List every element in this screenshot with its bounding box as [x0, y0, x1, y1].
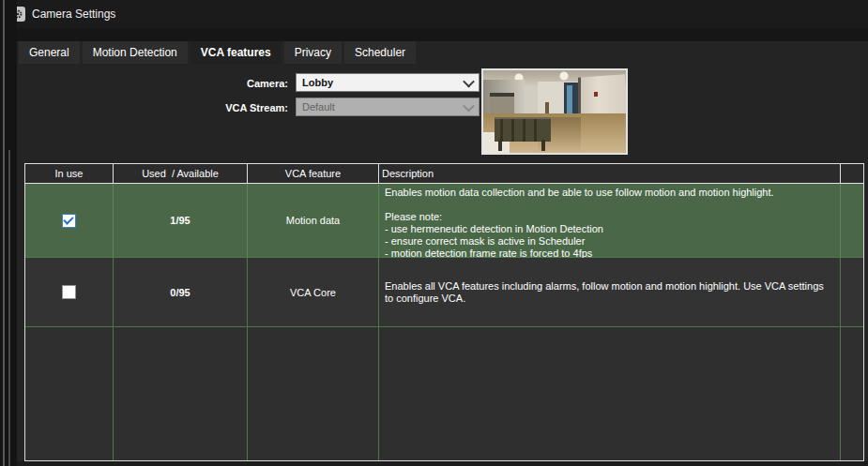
- empty-cell: [379, 327, 841, 460]
- tab-motion-detection[interactable]: Motion Detection: [83, 41, 188, 64]
- column-header-used-available: Used / Available: [114, 164, 248, 183]
- vca-stream-select: Default: [296, 98, 480, 116]
- empty-cell: [25, 327, 114, 460]
- tab-bar: General Motion Detection VCA features Pr…: [19, 41, 416, 64]
- table-header-row: In use Used / Available VCA feature Desc…: [25, 164, 863, 184]
- titlebar-gap: [0, 28, 868, 41]
- preview-foosball-table: [495, 117, 551, 142]
- preview-door-sign: [594, 92, 598, 97]
- tab-general[interactable]: General: [19, 41, 80, 64]
- feature-description: Enables all VCA features including alarm…: [379, 258, 841, 326]
- feature-description: Enables motion data collection and be ab…: [379, 184, 841, 257]
- splitter-line: [8, 150, 10, 466]
- column-header-description: Description: [379, 164, 841, 183]
- empty-cell: [114, 327, 248, 460]
- in-use-cell: [25, 258, 114, 326]
- camera-settings-window: Camera Settings General Motion Detection…: [0, 0, 868, 466]
- camera-select-value: Lobby: [302, 77, 464, 88]
- column-header-vca-feature: VCA feature: [248, 164, 379, 183]
- vca-stream-select-value: Default: [302, 101, 464, 113]
- window-bottom-edge: [17, 461, 868, 466]
- tab-scheduler[interactable]: Scheduler: [344, 41, 416, 64]
- empty-cell: [841, 327, 863, 460]
- title-bar: Camera Settings: [0, 0, 868, 29]
- vca-feature-name: Motion data: [248, 184, 379, 257]
- preview-table-leg: [541, 140, 545, 151]
- column-header-spacer: [841, 164, 863, 183]
- empty-cell: [248, 327, 379, 460]
- used-available-value: 0/95: [114, 258, 248, 326]
- row-spacer-cell: [841, 258, 863, 326]
- table-empty-area: [25, 327, 863, 460]
- preview-figure: [545, 102, 549, 113]
- tab-privacy[interactable]: Privacy: [284, 41, 342, 64]
- window-left-edge[interactable]: [0, 0, 17, 466]
- column-header-in-use: In use: [25, 164, 114, 183]
- camera-select[interactable]: Lobby: [296, 73, 480, 92]
- chevron-down-icon: [463, 99, 475, 112]
- table-row-vca-core[interactable]: 0/95 VCA Core Enables all VCA features i…: [25, 258, 863, 327]
- preview-table-leg: [498, 140, 502, 151]
- vca-feature-table: In use Used / Available VCA feature Desc…: [24, 163, 864, 461]
- window-title: Camera Settings: [32, 8, 115, 21]
- in-use-checkbox[interactable]: [62, 285, 76, 299]
- row-spacer-cell: [841, 184, 863, 257]
- vca-feature-name: VCA Core: [248, 258, 379, 326]
- tab-vca-features[interactable]: VCA features: [190, 41, 282, 64]
- splitter-line: [3, 0, 5, 466]
- vca-stream-label: VCA Stream:: [194, 102, 288, 113]
- camera-label: Camera:: [194, 78, 288, 89]
- chevron-down-icon: [463, 75, 475, 87]
- used-available-value: 1/95: [114, 184, 248, 257]
- camera-preview: [481, 68, 628, 155]
- in-use-cell: [25, 184, 114, 257]
- table-row-motion-data[interactable]: 1/95 Motion data Enables motion data col…: [25, 184, 863, 258]
- in-use-checkbox[interactable]: [62, 214, 76, 228]
